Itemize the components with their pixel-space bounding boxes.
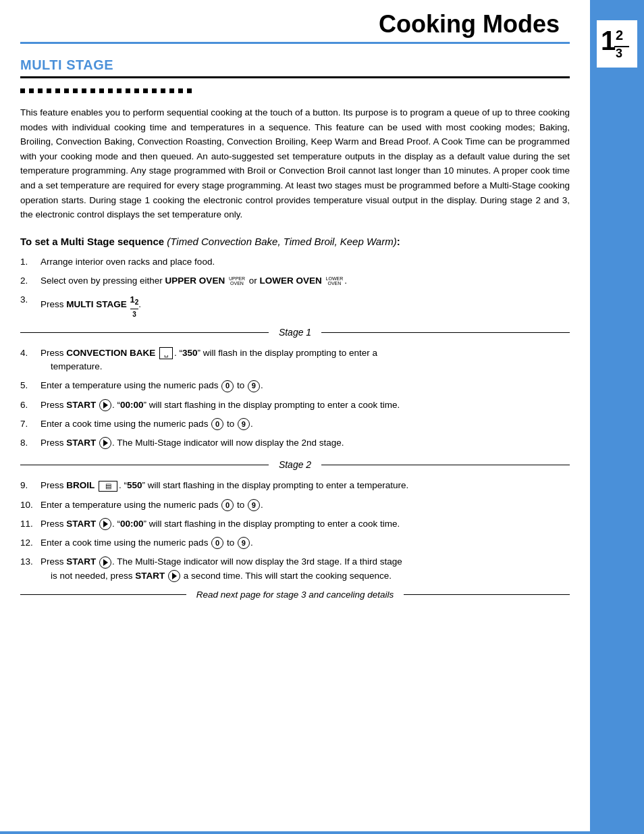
step-12-num: 12. — [20, 536, 41, 550]
page-num-frac-2: 2 — [616, 28, 623, 42]
dot-9 — [90, 88, 95, 93]
stage-1-line-right — [321, 332, 570, 333]
step-6-content: Press START . “00:00” will start flashin… — [41, 398, 570, 412]
step-12: 12. Enter a cook time using the numeric … — [20, 536, 570, 550]
bottom-line — [0, 831, 590, 834]
step-8-content: Press START . The Multi-Stage indicator … — [41, 436, 570, 450]
stage-2-line-left — [20, 465, 269, 465]
step-3-content: Press MULTI STAGE 123. — [41, 293, 570, 317]
dot-7 — [73, 88, 78, 93]
dot-16 — [152, 88, 157, 93]
instruction-heading-colon: : — [397, 236, 400, 247]
multi-stage-fraction-icon: 123 — [130, 293, 139, 317]
circled-0-a: 0 — [221, 380, 234, 392]
stage-2-line-right — [321, 465, 570, 465]
dot-8 — [82, 88, 86, 93]
step-11: 11. Press START . “00:00” will start fla… — [20, 517, 570, 531]
dot-11 — [108, 88, 113, 93]
step-7-content: Enter a cook time using the numeric pads… — [41, 417, 570, 431]
upper-oven-label: UPPEROVEN — [229, 276, 245, 286]
dot-18 — [169, 88, 174, 93]
step-10: 10. Enter a temperature using the numeri… — [20, 498, 570, 512]
dot-10 — [99, 88, 104, 93]
step-12-content: Enter a cook time using the numeric pads… — [41, 536, 570, 550]
dot-14 — [134, 88, 139, 93]
step-13: 13. Press START . The Multi-Stage indica… — [20, 555, 570, 583]
dot-5 — [55, 88, 60, 93]
start-icon-13a — [99, 556, 111, 569]
dot-19 — [178, 88, 183, 93]
dot-6 — [64, 88, 69, 93]
step-8-num: 8. — [20, 436, 41, 450]
page-number-display: 1 2 3 — [601, 27, 633, 61]
read-next: Read next page for stage 3 and canceling… — [20, 590, 570, 600]
start-icon-8 — [99, 437, 111, 449]
circled-9-b: 9 — [238, 418, 250, 430]
step-8: 8. Press START . The Multi-Stage indicat… — [20, 436, 570, 450]
circled-9-a: 9 — [248, 380, 260, 392]
step-1-content: Arrange interior oven racks and place fo… — [41, 255, 570, 269]
instruction-heading: To set a Multi Stage sequence (Timed Con… — [20, 236, 570, 247]
dot-2 — [29, 88, 34, 93]
circled-0-c: 0 — [221, 499, 234, 511]
page-num-main: 1 — [601, 27, 616, 54]
main-content: Cooking Modes MULTI STAGE — [0, 0, 590, 834]
step-1-num: 1. — [20, 255, 41, 269]
step-9-content: Press BROIL ▤. “550” will start flashing… — [41, 479, 570, 492]
stage-1-line-left — [20, 332, 269, 333]
circled-0-d: 0 — [211, 537, 223, 549]
dot-3 — [38, 88, 43, 93]
step-3: 3. Press MULTI STAGE 123. — [20, 293, 570, 317]
page-number-box: 1 2 3 — [597, 20, 637, 68]
instruction-heading-italic: (Timed Convection Bake, Timed Broil, Kee… — [167, 236, 396, 247]
step-11-num: 11. — [20, 517, 41, 531]
step-2-content: Select oven by pressing either UPPER OVE… — [41, 274, 570, 288]
dot-line — [20, 88, 570, 93]
read-next-line-left — [20, 594, 186, 595]
dot-4 — [47, 88, 51, 93]
step-5-content: Enter a temperature using the numeric pa… — [41, 379, 570, 392]
dot-1 — [20, 88, 25, 93]
step-4-num: 4. — [20, 346, 41, 374]
stage-1-divider: Stage 1 — [20, 325, 570, 340]
step-4: 4. Press CONVECTION BAKE ␣. “350” will f… — [20, 346, 570, 374]
description-paragraph: This feature enables you to perform sequ… — [20, 105, 570, 222]
dot-12 — [117, 88, 122, 93]
step-13-content: Press START . The Multi-Stage indicator … — [41, 555, 570, 583]
page-header: Cooking Modes — [20, 0, 570, 44]
step-10-content: Enter a temperature using the numeric pa… — [41, 498, 570, 512]
circled-0-b: 0 — [211, 418, 223, 430]
lower-oven-label: LOWEROVEN — [326, 276, 344, 286]
step-7-num: 7. — [20, 417, 41, 431]
dot-17 — [161, 88, 165, 93]
step-11-content: Press START . “00:00” will start flashin… — [41, 517, 570, 531]
dot-20 — [187, 88, 192, 93]
section-heading: MULTI STAGE — [20, 57, 570, 78]
step-2: 2. Select oven by pressing either UPPER … — [20, 274, 570, 288]
dot-15 — [143, 88, 148, 93]
instruction-heading-bold: To set a Multi Stage sequence — [20, 236, 164, 247]
start-icon-6 — [99, 399, 111, 411]
stage-2-divider: Stage 2 — [20, 458, 570, 472]
steps-list: 1. Arrange interior oven racks and place… — [20, 255, 570, 583]
start-icon-11 — [99, 518, 111, 530]
page-title: Cooking Modes — [379, 10, 560, 38]
step-6: 6. Press START . “00:00” will start flas… — [20, 398, 570, 412]
page-container: Cooking Modes MULTI STAGE — [0, 0, 644, 834]
step-3-num: 3. — [20, 293, 41, 317]
step-9: 9. Press BROIL ▤. “550” will start flash… — [20, 479, 570, 492]
page-num-frac-3: 3 — [616, 47, 622, 59]
convection-bake-icon: ␣ — [159, 347, 173, 359]
step-5: 5. Enter a temperature using the numeric… — [20, 379, 570, 392]
step-4-content: Press CONVECTION BAKE ␣. “350” will flas… — [41, 346, 570, 374]
step-1: 1. Arrange interior oven racks and place… — [20, 255, 570, 269]
step-7: 7. Enter a cook time using the numeric p… — [20, 417, 570, 431]
right-sidebar: 1 2 3 — [590, 0, 644, 834]
read-next-line-right — [404, 594, 570, 595]
circled-9-d: 9 — [238, 537, 250, 549]
stage-1-label: Stage 1 — [269, 325, 321, 340]
step-6-num: 6. — [20, 398, 41, 412]
step-2-num: 2. — [20, 274, 41, 288]
broil-icon: ▤ — [99, 481, 117, 492]
step-10-num: 10. — [20, 498, 41, 512]
